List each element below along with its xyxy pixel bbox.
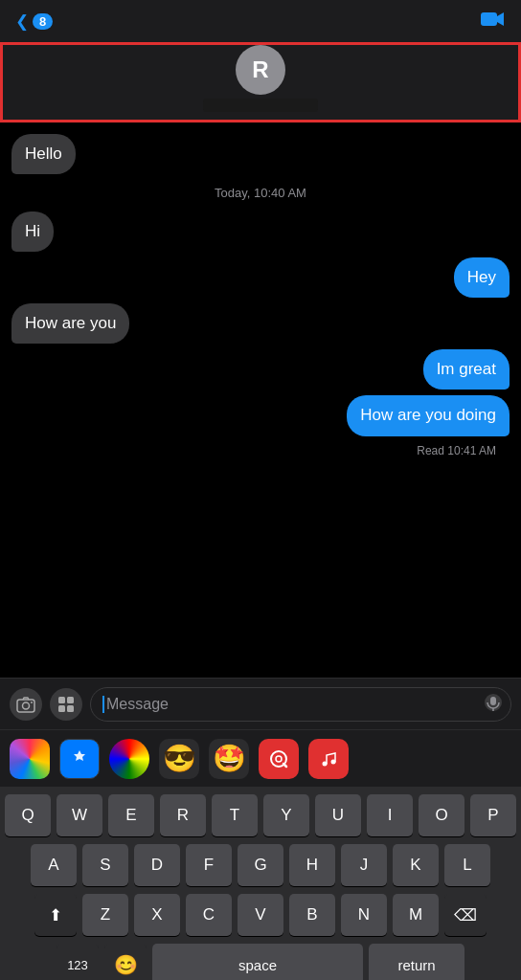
- svg-rect-0: [481, 12, 497, 26]
- audio-icon[interactable]: [483, 692, 504, 717]
- conversation-header[interactable]: R: [0, 42, 521, 122]
- svg-point-15: [331, 759, 336, 764]
- key-u[interactable]: U: [315, 794, 361, 836]
- svg-point-3: [31, 702, 33, 703]
- space-key[interactable]: space: [152, 944, 363, 980]
- bubble-outgoing: Im great: [423, 349, 510, 390]
- shelf-memoji-icon[interactable]: 😎: [159, 739, 199, 779]
- svg-rect-5: [67, 697, 74, 703]
- bubble-incoming: Hello: [11, 134, 76, 174]
- message-placeholder: Message: [106, 696, 169, 713]
- back-button[interactable]: ❮ 8: [15, 11, 53, 32]
- chevron-left-icon: ❮: [15, 11, 29, 32]
- shelf-photos-icon[interactable]: [10, 739, 50, 779]
- key-x[interactable]: X: [134, 894, 180, 936]
- keyboard-row-2: A S D F G H J K L: [3, 844, 518, 886]
- key-q[interactable]: Q: [5, 794, 51, 836]
- bubble-outgoing: Hey: [454, 257, 510, 298]
- svg-rect-6: [58, 705, 65, 712]
- key-j[interactable]: J: [341, 844, 387, 886]
- bubble-incoming: How are you: [11, 303, 129, 344]
- video-call-button[interactable]: [481, 9, 506, 33]
- app-shelf: 😎 🤩: [0, 729, 521, 787]
- timestamp: Today, 10:40 AM: [11, 186, 510, 200]
- message-row: Im great: [11, 349, 510, 390]
- shelf-compass-icon[interactable]: [109, 739, 149, 779]
- camera-button[interactable]: [10, 688, 42, 721]
- key-w[interactable]: W: [57, 794, 102, 836]
- keyboard-row-1: Q W E R T Y U I O P: [3, 794, 518, 836]
- svg-rect-1: [17, 700, 34, 712]
- bubble-incoming: Hi: [11, 212, 54, 252]
- key-a[interactable]: A: [31, 844, 77, 886]
- shelf-music-icon[interactable]: [308, 739, 349, 779]
- message-row: Hey: [11, 257, 510, 298]
- shelf-globe-icon[interactable]: [259, 739, 299, 779]
- keyboard-row-4: 123 😊 space return: [3, 944, 518, 980]
- key-t[interactable]: T: [212, 794, 258, 836]
- key-b[interactable]: B: [289, 894, 335, 936]
- key-z[interactable]: Z: [82, 894, 128, 936]
- input-bar: Message: [0, 678, 521, 729]
- key-m[interactable]: M: [393, 894, 439, 936]
- avatar: R: [236, 45, 285, 95]
- shelf-appstore-icon[interactable]: [59, 739, 100, 779]
- key-o[interactable]: O: [419, 794, 464, 836]
- message-row: Hi: [11, 212, 510, 252]
- key-y[interactable]: Y: [263, 794, 309, 836]
- numbers-key[interactable]: 123: [57, 944, 99, 980]
- bubble-outgoing: How are you doing: [347, 395, 510, 435]
- text-cursor: [102, 696, 104, 713]
- svg-rect-9: [490, 697, 496, 705]
- return-key[interactable]: return: [369, 944, 464, 980]
- shelf-sticker-icon[interactable]: 🤩: [209, 739, 249, 779]
- key-s[interactable]: S: [82, 844, 128, 886]
- message-row: How are you: [11, 303, 510, 344]
- contact-name: [203, 99, 318, 112]
- key-c[interactable]: C: [186, 894, 232, 936]
- key-r[interactable]: R: [160, 794, 206, 836]
- key-e[interactable]: E: [108, 794, 154, 836]
- message-row: How are you doing: [11, 395, 510, 435]
- status-bar: ❮ 8: [0, 0, 521, 42]
- app-button[interactable]: [50, 688, 82, 721]
- key-v[interactable]: V: [238, 894, 283, 936]
- message-row: Hello: [11, 134, 510, 174]
- emoji-key[interactable]: 😊: [104, 944, 147, 980]
- read-receipt: Read 10:41 AM: [11, 444, 510, 457]
- key-d[interactable]: D: [134, 844, 180, 886]
- key-f[interactable]: F: [186, 844, 232, 886]
- key-n[interactable]: N: [341, 894, 387, 936]
- key-i[interactable]: I: [367, 794, 413, 836]
- message-input[interactable]: Message: [90, 687, 511, 722]
- keyboard[interactable]: Q W E R T Y U I O P A S D F G H J K L ⬆ …: [0, 787, 521, 980]
- messages-area: Hello Today, 10:40 AM Hi Hey How are you…: [0, 122, 521, 678]
- svg-rect-4: [58, 697, 65, 703]
- svg-point-14: [323, 761, 328, 766]
- key-p[interactable]: P: [470, 794, 516, 836]
- key-k[interactable]: K: [393, 844, 439, 886]
- shift-key[interactable]: ⬆: [34, 894, 77, 936]
- svg-line-13: [283, 764, 286, 767]
- svg-point-2: [23, 702, 30, 709]
- svg-rect-7: [67, 705, 74, 712]
- back-badge[interactable]: 8: [33, 13, 53, 30]
- delete-key[interactable]: ⌫: [444, 894, 487, 936]
- key-g[interactable]: G: [238, 844, 283, 886]
- key-l[interactable]: L: [444, 844, 490, 886]
- message-input-wrapper[interactable]: Message: [90, 687, 511, 722]
- keyboard-row-3: ⬆ Z X C V B N M ⌫: [3, 894, 518, 936]
- svg-point-12: [276, 756, 282, 762]
- key-h[interactable]: H: [289, 844, 335, 886]
